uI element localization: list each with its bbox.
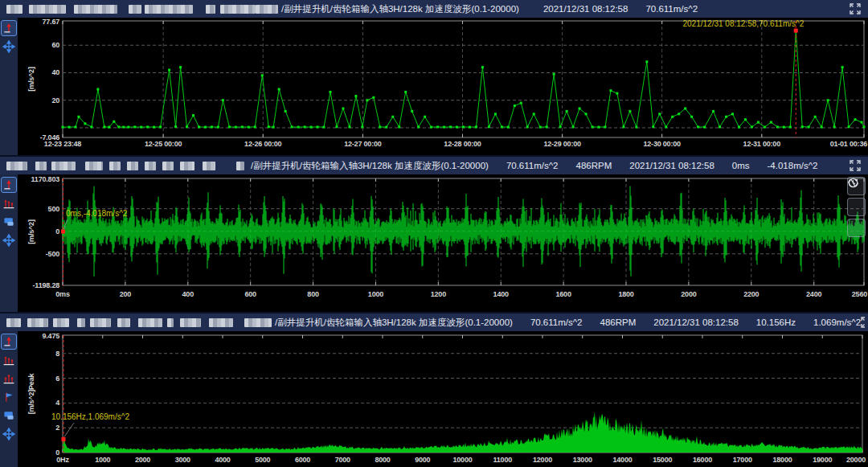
svg-text:8: 8 [55,350,59,358]
trend-toolbar [0,18,18,155]
redacted-block [129,5,141,14]
redacted-text [6,313,272,331]
svg-text:2: 2 [55,424,59,432]
redacted-block [85,162,103,170]
svg-text:14000: 14000 [612,456,632,464]
svg-text:1170.803: 1170.803 [31,175,60,183]
tool-single-cursor-icon[interactable] [1,177,17,193]
spectrum-chart[interactable]: 0Hz1000200030004000500060007000800090001… [18,331,868,467]
svg-text:15000: 15000 [653,456,672,464]
svg-text:4000: 4000 [215,456,230,464]
redacted-block [256,5,278,14]
redacted-block [167,318,174,327]
redacted-block [180,162,194,170]
overall-value: 70.611m/s^2 [506,161,559,170]
tool-flag-icon[interactable] [1,389,17,405]
waveform-panel-header: /副井提升机/齿轮箱输入轴3H/128k 加速度波形(0.1-20000) 70… [0,157,868,174]
svg-text:200: 200 [120,290,132,298]
tool-single-cursor-icon[interactable] [1,20,17,36]
svg-text:12000: 12000 [533,456,552,464]
trend-panel: /副井提升机/齿轮箱输入轴3H/128k 加速度波形(0.1-20000) 20… [0,0,868,155]
svg-text:10.156Hz,1.069m/s^2: 10.156Hz,1.069m/s^2 [51,412,129,421]
redacted-block [6,5,23,14]
tool-pan-icon[interactable] [1,232,17,248]
svg-text:400: 400 [182,290,194,298]
svg-text:2400: 2400 [806,290,821,298]
overall-value: 70.611m/s^2 [530,317,583,327]
clock-button[interactable] [847,198,866,216]
redacted-block [127,162,138,170]
svg-text:9000: 9000 [415,456,430,464]
redacted-block [6,318,21,327]
svg-text:-1198.28: -1198.28 [33,281,60,289]
rpm-value: 486RPM [576,161,612,170]
tool-harmonic-cursor-icon[interactable] [1,195,17,211]
trend-panel-header: /副井提升机/齿轮箱输入轴3H/128k 加速度波形(0.1-20000) 20… [0,0,868,18]
svg-text:01-01 00:36: 01-01 00:36 [830,140,868,148]
redacted-block [236,162,244,170]
tool-harmonic-cursor-icon[interactable] [1,352,17,368]
svg-text:0: 0 [55,449,59,457]
spectrum-panel-header: /副井提升机/齿轮箱输入轴3H/128k 加速度波形(0.1-20000) 70… [0,313,868,331]
svg-text:2200: 2200 [743,290,759,298]
svg-text:6000: 6000 [295,456,310,464]
cursor-y-value: -4.018m/s^2 [768,161,818,170]
svg-text:6: 6 [55,375,59,383]
svg-text:12-25 00:00: 12-25 00:00 [145,140,182,148]
expand-icon[interactable] [849,159,862,172]
svg-text:0ms: 0ms [55,290,70,298]
redacted-block [35,162,47,170]
tool-sideband-cursor-icon[interactable] [1,371,17,387]
svg-text:10000: 10000 [452,456,472,464]
svg-text:4: 4 [55,399,59,407]
svg-text:17000: 17000 [733,456,752,464]
waveform-panel: /副井提升机/齿轮箱输入轴3H/128k 加速度波形(0.1-20000) 70… [0,157,868,312]
svg-text:[m/s^2]: [m/s^2] [27,67,35,92]
tool-display-icon[interactable] [1,408,17,424]
redacted-block [209,318,233,327]
redacted-block [77,318,85,327]
expand-icon[interactable] [849,2,862,15]
waveform-chart[interactable]: 0ms2004006008001000120014001600180020002… [18,174,868,312]
svg-text:12-31 00:00: 12-31 00:00 [743,140,781,148]
svg-text:77.67: 77.67 [42,18,59,26]
overall-value: 70.611m/s^2 [645,4,698,14]
svg-text:12-27 00:00: 12-27 00:00 [344,140,382,148]
svg-text:18000: 18000 [772,456,792,464]
svg-text:20000: 20000 [846,456,866,464]
cursor-y-value: 1.069m/s^2 [813,317,861,327]
svg-text:-500: -500 [46,250,59,258]
svg-text:1000: 1000 [368,290,383,298]
redacted-block [6,162,27,170]
refresh-button[interactable] [847,219,866,237]
svg-text:2021/12/31 08:12:58,70.611m/s^: 2021/12/31 08:12:58,70.611m/s^2 [683,19,805,28]
svg-text:0Hz: 0Hz [56,456,69,464]
svg-text:-7.046: -7.046 [40,133,60,141]
tool-pan-icon[interactable] [1,39,17,55]
redacted-block [162,162,174,170]
redacted-block [90,318,111,327]
expand-icon[interactable] [861,316,868,329]
measurement-datetime: 2021/12/31 08:12:58 [629,161,714,170]
chart-quick-buttons [847,177,866,237]
waveform-toolbar [0,174,18,312]
redacted-block [138,318,162,327]
trend-chart[interactable]: 12-23 23:4812-25 00:0012-26 00:0012-27 0… [18,18,868,155]
redacted-block [220,5,256,14]
svg-text:20: 20 [51,96,59,104]
redacted-block [51,162,76,170]
redacted-block [145,5,193,14]
tool-display-icon[interactable] [1,214,17,230]
redacted-block [53,318,69,327]
svg-text:9.475: 9.475 [42,332,59,340]
svg-text:2000: 2000 [135,456,150,464]
cursor-x-value: 0ms [732,161,750,170]
tool-pan-icon[interactable] [1,426,17,442]
measurement-path: /副井提升机/齿轮箱输入轴3H/128k 加速度波形(0.1-20000) [281,3,519,15]
svg-text:800: 800 [307,290,319,298]
tool-single-cursor-icon[interactable] [1,334,17,350]
rpm-value: 486RPM [600,317,637,327]
measurement-datetime: 2021/12/31 08:12:58 [543,4,628,14]
svg-text:1800: 1800 [618,290,633,298]
svg-text:1000: 1000 [95,456,110,464]
